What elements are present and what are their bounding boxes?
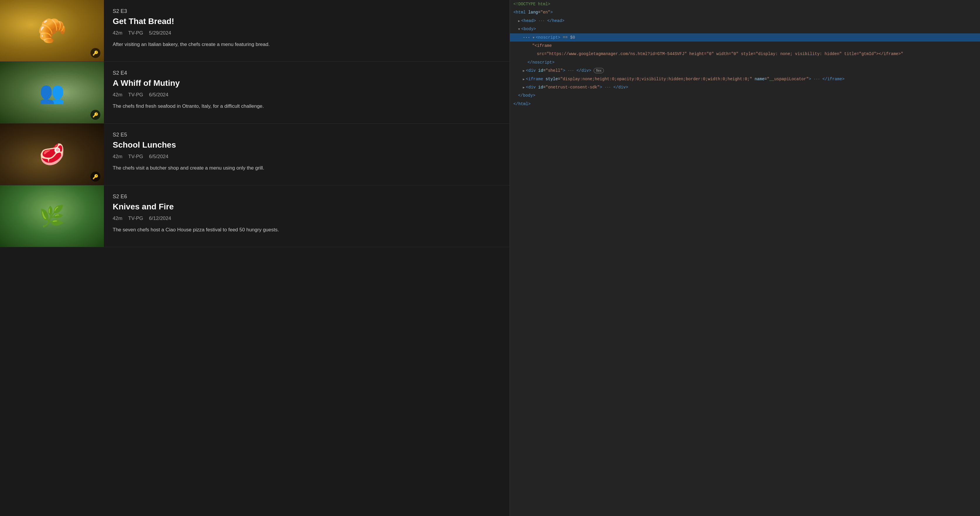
episode-code-e4: S2 E4 — [113, 70, 501, 76]
episode-meta-e4: 42m TV-PG 6/5/2024 — [113, 92, 501, 98]
episode-duration-e4: 42m — [113, 92, 123, 98]
episode-title-e6: Knives and Fire — [113, 202, 501, 212]
episode-rating-e4: TV-PG — [128, 92, 143, 98]
devtools-line[interactable]: </noscript> — [510, 58, 980, 67]
episode-rating-e5: TV-PG — [128, 154, 143, 159]
devtools-line[interactable]: </body> — [510, 91, 980, 100]
episode-desc-e5: The chefs visit a butcher shop and creat… — [113, 164, 501, 172]
episode-thumbnail-e6 — [0, 185, 104, 247]
episode-code-e3: S2 E3 — [113, 8, 501, 14]
episode-info-e6: S2 E6 Knives and Fire 42m TV-PG 6/12/202… — [104, 185, 510, 247]
episode-list: 🔑 S2 E3 Get That Bread! 42m TV-PG 5/29/2… — [0, 0, 510, 516]
episode-duration-e6: 42m — [113, 215, 123, 221]
episode-title-e4: A Whiff of Mutiny — [113, 78, 501, 88]
devtools-line[interactable]: </html> — [510, 100, 980, 108]
episode-desc-e3: After visiting an Italian bakery, the ch… — [113, 41, 501, 48]
episode-date-e3: 5/29/2024 — [149, 30, 171, 36]
devtools-line[interactable]: <body> — [510, 25, 980, 33]
episode-desc-e6: The seven chefs host a Ciao House pizza … — [113, 226, 501, 234]
episode-thumbnail-e5: 🔑 — [0, 124, 104, 185]
episode-code-e6: S2 E6 — [113, 194, 501, 200]
episode-thumbnail-e3: 🔑 — [0, 0, 104, 62]
episode-item-e5[interactable]: 🔑 S2 E5 School Lunches 42m TV-PG 6/5/202… — [0, 124, 510, 185]
devtools-line[interactable]: <div id="onetrust-consent-sdk"> ··· </di… — [510, 83, 980, 91]
lock-icon: 🔑 — [91, 48, 100, 58]
devtools-panel: <!DOCTYPE html><html lang="en"><head> ··… — [510, 0, 980, 516]
lock-icon: 🔑 — [91, 110, 100, 120]
devtools-line[interactable]: <div id="shell"> ··· </div> flex — [510, 67, 980, 75]
episode-thumbnail-e4: 🔑 — [0, 62, 104, 123]
episode-date-e4: 6/5/2024 — [149, 92, 168, 98]
episode-title-e5: School Lunches — [113, 140, 501, 150]
devtools-line[interactable]: "<iframe — [510, 41, 980, 50]
episode-meta-e6: 42m TV-PG 6/12/2024 — [113, 215, 501, 221]
episode-date-e6: 6/12/2024 — [149, 215, 171, 221]
devtools-line[interactable]: ··· <noscript> == $0 — [510, 33, 980, 41]
devtools-line[interactable]: src="https://www.googletagmanager.com/ns… — [510, 50, 980, 58]
devtools-line[interactable]: <!DOCTYPE html> — [510, 0, 980, 8]
episode-duration-e5: 42m — [113, 154, 123, 159]
episode-code-e5: S2 E5 — [113, 132, 501, 138]
devtools-line[interactable]: <html lang="en"> — [510, 8, 980, 16]
episode-info-e5: S2 E5 School Lunches 42m TV-PG 6/5/2024 … — [104, 124, 510, 185]
episode-date-e5: 6/5/2024 — [149, 154, 168, 159]
devtools-line[interactable]: <head> ··· </head> — [510, 17, 980, 25]
episode-meta-e5: 42m TV-PG 6/5/2024 — [113, 154, 501, 159]
episode-desc-e4: The chefs find fresh seafood in Otranto,… — [113, 102, 501, 110]
episode-title-e3: Get That Bread! — [113, 17, 501, 26]
episode-rating-e6: TV-PG — [128, 215, 143, 221]
episode-meta-e3: 42m TV-PG 5/29/2024 — [113, 30, 501, 36]
episode-info-e4: S2 E4 A Whiff of Mutiny 42m TV-PG 6/5/20… — [104, 62, 510, 123]
episode-item-e6[interactable]: S2 E6 Knives and Fire 42m TV-PG 6/12/202… — [0, 185, 510, 247]
episode-item-e4[interactable]: 🔑 S2 E4 A Whiff of Mutiny 42m TV-PG 6/5/… — [0, 62, 510, 124]
devtools-line[interactable]: <iframe style="display:none;height:0;opa… — [510, 75, 980, 83]
episode-duration-e3: 42m — [113, 30, 123, 36]
episode-info-e3: S2 E3 Get That Bread! 42m TV-PG 5/29/202… — [104, 0, 510, 62]
episode-item-e3[interactable]: 🔑 S2 E3 Get That Bread! 42m TV-PG 5/29/2… — [0, 0, 510, 62]
episode-rating-e3: TV-PG — [128, 30, 143, 36]
lock-icon: 🔑 — [91, 172, 100, 182]
